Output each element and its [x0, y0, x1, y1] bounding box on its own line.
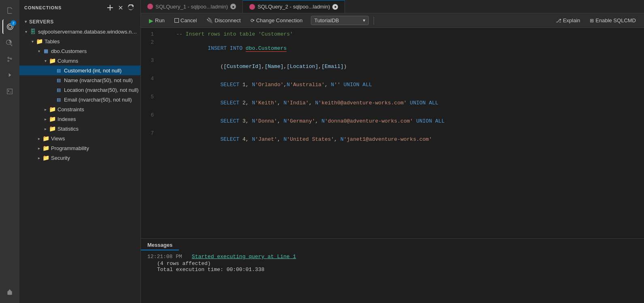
cancel-label: Cancel: [181, 17, 197, 23]
tables-chevron: [29, 38, 36, 45]
line-num-6: 6: [141, 112, 160, 118]
tabs-bar: SQLQuery_1 - sqlpoo...ladmin) ● SQLQuery…: [141, 0, 644, 13]
server-chevron: [23, 29, 29, 35]
line-num-7: 7: [141, 130, 160, 136]
new-connection-button[interactable]: [106, 3, 115, 12]
security-folder[interactable]: 📁 Security: [19, 153, 140, 163]
customerid-label: CustomerId (int, not null): [64, 68, 121, 74]
messages-panel: Messages 12:21:08 PM Started executing q…: [141, 238, 644, 303]
sqlcmd-icon: ⊞: [590, 18, 594, 23]
column-icon: ▤: [55, 67, 62, 74]
cancel-icon: [174, 18, 179, 23]
servers-header[interactable]: SERVERS: [19, 17, 140, 27]
tab-query2[interactable]: SQLQuery_2 - sqlpoo...ladmin) ●: [243, 0, 345, 13]
column-icon-2: ▤: [55, 76, 62, 84]
toolbar-separator: [374, 17, 374, 25]
run-debug-icon[interactable]: [2, 68, 17, 83]
run-button[interactable]: ▶ Run: [146, 16, 168, 25]
database-select[interactable]: TutorialDB master: [311, 16, 360, 25]
line-num-3: 3: [141, 57, 160, 64]
line-content-3: ([CustomerId],[Name],[Location],[Email]): [160, 57, 644, 76]
email-column[interactable]: ▤ Email (nvarchar(50), not null): [19, 95, 140, 104]
files-sidebar-icon[interactable]: [2, 3, 17, 18]
tab2-close-dot[interactable]: ●: [332, 4, 338, 10]
tables-folder-icon: 📁: [36, 38, 43, 45]
line-content-2: INSERT INTO dbo.Customers: [160, 39, 644, 57]
explain-label: Explain: [563, 17, 580, 23]
indexes-folder[interactable]: 📁 Indexes: [19, 114, 140, 124]
disconnect-icon: 🔌: [206, 17, 213, 23]
column-icon-3: ▤: [55, 86, 62, 93]
enable-sqlcmd-button[interactable]: ⊞ Enable SQLCMD: [587, 16, 639, 25]
message-link[interactable]: Started executing query at Line 1: [192, 254, 296, 260]
server-label: sqlpoolservername.database.windows.net, …: [38, 29, 139, 35]
line-content-4: SELECT 1, N'Orlando',N'Australia', N'' U…: [160, 76, 644, 94]
prog-chevron: [36, 145, 42, 152]
code-line-5: 5 SELECT 2, N'Keith', N'India', N'keith0…: [141, 94, 644, 112]
sidebar-actions: [106, 3, 136, 12]
message-row-1: 12:21:08 PM Started executing query at L…: [147, 254, 638, 260]
server-node[interactable]: 🗄 sqlpoolservername.database.windows.net…: [19, 27, 140, 36]
message-exec-time: Total execution time: 00:00:01.338: [157, 267, 638, 273]
table-icon: ▦: [42, 47, 49, 55]
database-selector[interactable]: TutorialDB master ▼: [311, 16, 369, 25]
change-connection-button[interactable]: ⟳ Change Connection: [247, 16, 306, 25]
explain-button[interactable]: ⎇ Explain: [553, 16, 584, 25]
explain-icon: ⎇: [556, 18, 561, 23]
rows-affected-text: (4 rows affected): [157, 261, 211, 267]
columns-folder[interactable]: 📁 Columns: [19, 56, 140, 66]
run-icon: ▶: [149, 17, 153, 24]
prog-label: Programmability: [51, 145, 89, 151]
terminal-sidebar-icon[interactable]: [2, 84, 17, 99]
line-num-2: 2: [141, 39, 160, 45]
line-content-6: SELECT 3, N'Donna', N'Germany', N'donna0…: [160, 112, 644, 130]
disconnect-all-button[interactable]: [116, 3, 125, 12]
source-control-icon[interactable]: [2, 52, 17, 66]
name-label: Name (nvarchar(50), not null): [64, 77, 133, 83]
main-content: SQLQuery_1 - sqlpoo...ladmin) ● SQLQuery…: [141, 0, 644, 303]
constraints-folder[interactable]: 📁 Constraints: [19, 104, 140, 114]
statistics-folder[interactable]: 📁 Statistics: [19, 124, 140, 133]
message-timestamp: 12:21:08 PM: [147, 254, 182, 260]
messages-content: 12:21:08 PM Started executing query at L…: [141, 250, 644, 303]
views-folder[interactable]: 📁 Views: [19, 133, 140, 143]
columns-folder-icon: 📁: [49, 57, 56, 64]
location-column[interactable]: ▤ Location (nvarchar(50), not null): [19, 85, 140, 95]
constraints-chevron: [42, 106, 49, 113]
tab-query1[interactable]: SQLQuery_1 - sqlpoo...ladmin) ●: [141, 0, 243, 13]
tab2-db-icon: [249, 4, 255, 10]
code-line-3: 3 ([CustomerId],[Name],[Location],[Email…: [141, 57, 644, 76]
servers-label: SERVERS: [29, 19, 54, 25]
name-column[interactable]: ▤ Name (nvarchar(50), not null): [19, 75, 140, 85]
code-line-4: 4 SELECT 1, N'Orlando',N'Australia', N''…: [141, 76, 644, 94]
sqlcmd-label: Enable SQLCMD: [595, 17, 636, 23]
code-editor[interactable]: 1 -- Insert rows into table 'Customers' …: [141, 28, 644, 238]
programmability-folder[interactable]: 📁 Programmability: [19, 143, 140, 153]
prog-folder-icon: 📁: [42, 144, 49, 152]
constraints-folder-icon: 📁: [49, 106, 56, 113]
security-chevron: [36, 155, 42, 161]
indexes-label: Indexes: [57, 116, 76, 122]
line-content-5: SELECT 2, N'Keith', N'India', N'keith0@a…: [160, 94, 644, 112]
search-sidebar-icon[interactable]: [2, 36, 17, 50]
customerid-column[interactable]: ▤ CustomerId (int, not null): [19, 66, 140, 75]
run-label: Run: [155, 17, 165, 23]
select-arrow-icon: ▼: [360, 18, 369, 23]
security-label: Security: [51, 155, 70, 161]
disconnect-button[interactable]: 🔌 Disconnect: [203, 16, 244, 25]
tab1-db-icon: [147, 4, 153, 9]
code-line-6: 6 SELECT 3, N'Donna', N'Germany', N'donn…: [141, 112, 644, 130]
tables-folder[interactable]: 📁 Tables: [19, 36, 140, 46]
disconnect-label: Disconnect: [215, 17, 240, 23]
line-num-4: 4: [141, 76, 160, 82]
extensions-icon[interactable]: [2, 285, 17, 300]
refresh-connections-button[interactable]: [127, 3, 136, 12]
svg-rect-2: [107, 7, 113, 8]
connections-sidebar-icon[interactable]: 2: [2, 19, 17, 34]
cancel-button[interactable]: Cancel: [171, 16, 200, 25]
dbo-customers-table[interactable]: ▦ dbo.Customers: [19, 46, 140, 56]
code-line-7: 7 SELECT 4, N'Janet', N'United States', …: [141, 130, 644, 148]
tab1-close-dot[interactable]: ●: [230, 4, 236, 9]
sidebar-title: CONNECTIONS: [24, 5, 62, 10]
statistics-chevron: [42, 126, 49, 132]
